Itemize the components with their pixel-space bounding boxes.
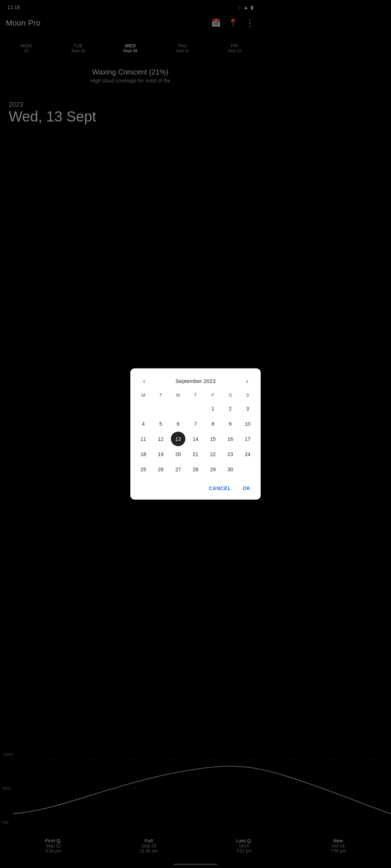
calendar-day[interactable]: 12 (154, 432, 168, 446)
calendar-grid: M T W T F S S 12345678910111213141516171… (130, 390, 261, 477)
calendar-day[interactable]: 13 (171, 432, 185, 446)
prev-month-icon: ‹ (143, 376, 146, 385)
calendar-day[interactable]: 19 (154, 447, 168, 461)
calendar-day[interactable]: 17 (240, 432, 255, 446)
calendar-day[interactable]: 28 (188, 462, 203, 477)
calendar-day[interactable]: 15 (206, 432, 220, 446)
calendar-day[interactable]: 30 (223, 462, 237, 477)
calendar-day[interactable]: 24 (240, 447, 255, 461)
calendar-day[interactable]: 21 (188, 447, 203, 461)
dialog-actions: CANCEL OK (130, 477, 261, 497)
calendar-day[interactable]: 7 (188, 417, 203, 431)
calendar-day (240, 462, 255, 477)
weekday-f: F (204, 390, 222, 400)
calendar-day[interactable]: 29 (206, 462, 220, 477)
next-month-button[interactable]: › (240, 374, 253, 387)
calendar-day[interactable]: 4 (136, 417, 151, 431)
weekday-w: W (169, 390, 187, 400)
dialog-header: ‹ September 2023 › (130, 369, 261, 390)
calendar-day[interactable]: 18 (136, 447, 151, 461)
dialog-month-title: September 2023 (176, 378, 216, 384)
calendar-day[interactable]: 27 (171, 462, 185, 477)
calendar-day[interactable]: 9 (223, 417, 237, 431)
next-month-icon: › (246, 376, 248, 385)
calendar-day[interactable]: 26 (154, 462, 168, 477)
weekday-m: M (135, 390, 152, 400)
calendar-day[interactable]: 1 (206, 401, 220, 416)
calendar-day[interactable]: 10 (240, 417, 255, 431)
ok-button[interactable]: OK (238, 482, 255, 494)
calendar-day[interactable]: 16 (223, 432, 237, 446)
calendar-day (171, 401, 185, 416)
calendar-day[interactable]: 3 (240, 401, 255, 416)
calendar-day[interactable]: 20 (171, 447, 185, 461)
date-picker-dialog: ‹ September 2023 › M T W T F S S 1234567… (130, 369, 261, 500)
calendar-day[interactable]: 8 (206, 417, 220, 431)
calendar-day (188, 401, 203, 416)
weekdays-row: M T W T F S S (135, 390, 256, 400)
calendar-day[interactable]: 5 (154, 417, 168, 431)
calendar-day[interactable]: 6 (171, 417, 185, 431)
calendar-day[interactable]: 25 (136, 462, 151, 477)
weekday-t1: T (152, 390, 169, 400)
calendar-day[interactable]: 23 (223, 447, 237, 461)
weekday-t2: T (187, 390, 204, 400)
prev-month-button[interactable]: ‹ (138, 374, 151, 387)
calendar-day (154, 401, 168, 416)
calendar-day[interactable]: 2 (223, 401, 237, 416)
cancel-button[interactable]: CANCEL (205, 482, 235, 494)
weekday-s2: S (239, 390, 256, 400)
weekday-s1: S (222, 390, 239, 400)
calendar-day[interactable]: 22 (206, 447, 220, 461)
calendar-day (136, 401, 151, 416)
days-grid: 1234567891011121314151617181920212223242… (135, 401, 256, 477)
calendar-day[interactable]: 11 (136, 432, 151, 446)
calendar-day[interactable]: 14 (188, 432, 203, 446)
